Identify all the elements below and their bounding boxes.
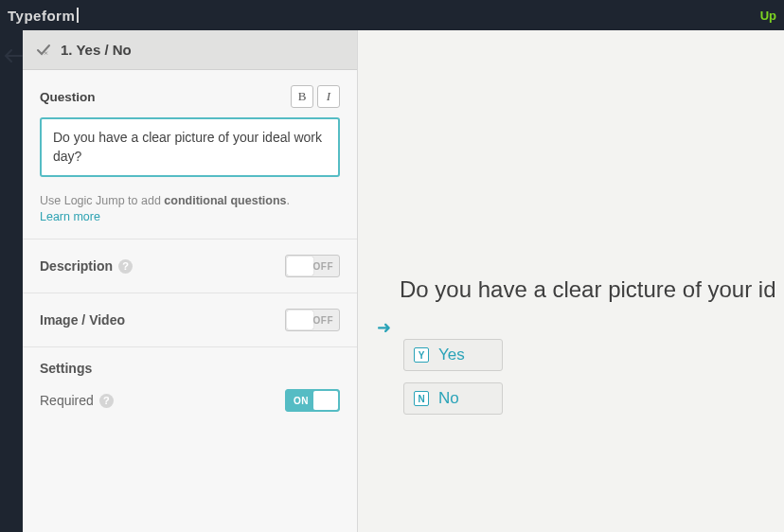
settings-label: Settings [40, 361, 340, 376]
required-row: Required ? ON [40, 389, 340, 412]
yesno-icon [36, 43, 51, 58]
imagevideo-row: Image / Video OFF [23, 293, 357, 347]
arrow-right-icon: ➜ [377, 317, 391, 338]
workspace: 1. Yes / No Question B I Use Logic Jump … [23, 30, 784, 532]
description-label: Description ? [40, 258, 133, 274]
imagevideo-toggle[interactable]: OFF [285, 309, 340, 331]
description-label-text: Description [40, 258, 113, 274]
question-input[interactable] [40, 117, 340, 177]
brand-logo: Typeform [8, 8, 75, 24]
toggle-on-label: ON [286, 396, 309, 406]
answer-no[interactable]: N No [403, 382, 503, 415]
keycap-y: Y [414, 347, 429, 363]
settings-section: Settings Required ? ON [23, 347, 357, 429]
help-icon[interactable]: ? [118, 259, 133, 274]
back-arrow-icon[interactable] [4, 45, 23, 67]
brand-cursor [77, 8, 79, 23]
format-group: B I [291, 85, 340, 108]
hint-suffix: . [287, 194, 290, 207]
preview-panel: ➜ Do you have a clear picture of your id… [358, 30, 784, 532]
answer-yes-label: Yes [438, 346, 465, 364]
italic-button[interactable]: I [317, 85, 340, 108]
keycap-n: N [414, 391, 429, 406]
upgrade-link[interactable]: Up [760, 9, 776, 23]
help-icon[interactable]: ? [99, 394, 114, 408]
question-section: Question B I Use Logic Jump to add condi… [23, 70, 357, 239]
editor-panel: 1. Yes / No Question B I Use Logic Jump … [23, 30, 358, 532]
description-toggle[interactable]: OFF [285, 255, 340, 277]
required-label: Required ? [40, 393, 114, 408]
hint-bold: conditional questions [164, 194, 286, 207]
learn-more-link[interactable]: Learn more [40, 210, 340, 223]
description-row: Description ? OFF [23, 239, 357, 293]
required-label-text: Required [40, 393, 94, 408]
bold-button[interactable]: B [291, 85, 313, 108]
toggle-off-label: OFF [313, 261, 340, 272]
preview-question: Do you have a clear picture of your id [400, 276, 784, 303]
hint-prefix: Use Logic Jump to add [40, 194, 164, 207]
toggle-off-label: OFF [313, 315, 340, 326]
answer-yes[interactable]: Y Yes [403, 339, 503, 371]
logic-hint: Use Logic Jump to add conditional questi… [40, 194, 340, 207]
imagevideo-label: Image / Video [40, 312, 125, 328]
top-bar: Typeform Up [0, 0, 784, 30]
answer-no-label: No [438, 389, 459, 408]
answer-list: Y Yes N No [403, 339, 784, 415]
required-toggle[interactable]: ON [285, 389, 340, 412]
editor-header: 1. Yes / No [23, 30, 357, 70]
question-label: Question [40, 90, 96, 104]
editor-title: 1. Yes / No [61, 42, 132, 58]
